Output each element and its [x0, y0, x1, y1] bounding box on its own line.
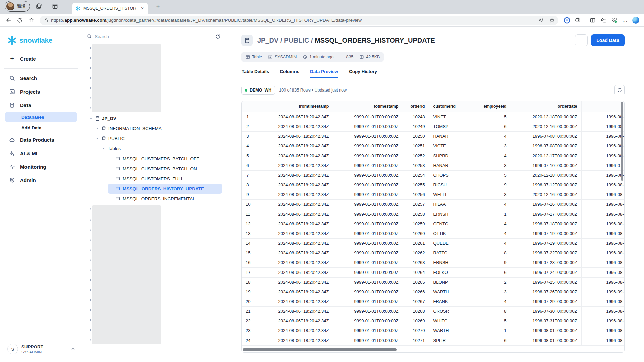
- table-row[interactable]: 42024-08-06T18:20:42.34Z9999-01-01T00:00…: [241, 141, 625, 151]
- table-row[interactable]: 12024-08-06T18:20:42.34Z9999-01-01T00:00…: [241, 112, 625, 122]
- table-row[interactable]: 212024-08-06T18:20:42.34Z9999-01-01T00:0…: [241, 306, 625, 316]
- chevron-right-icon[interactable]: [89, 46, 92, 50]
- table-row[interactable]: 32024-08-06T18:20:42.34Z9999-01-01T00:00…: [241, 131, 625, 141]
- workspaces-icon[interactable]: [34, 1, 44, 11]
- chevron-down-icon[interactable]: [102, 147, 106, 150]
- chevron-down-icon[interactable]: [95, 137, 99, 140]
- load-data-button[interactable]: Load Data: [591, 34, 625, 46]
- chevron-right-icon[interactable]: [89, 56, 92, 60]
- browser-profile-chip[interactable]: 職場: [5, 1, 30, 12]
- tree-node-schema[interactable]: INFORMATION_SCHEMA: [90, 123, 227, 133]
- table-row[interactable]: 82024-08-06T18:20:42.34Z9999-01-01T00:00…: [241, 180, 625, 190]
- chevron-right-icon[interactable]: [89, 107, 92, 110]
- url-bar[interactable]: https://app.snowflake.com/jugdhon/cdata_…: [40, 16, 558, 25]
- tree-search-input[interactable]: [95, 34, 210, 39]
- tree-node-database[interactable]: JP_DV: [82, 113, 227, 123]
- home-icon[interactable]: [26, 15, 36, 25]
- browser-menu-icon[interactable]: …: [620, 15, 630, 25]
- favorites-bar-icon[interactable]: [598, 15, 608, 25]
- table-row[interactable]: 162024-08-06T18:20:42.34Z9999-01-01T00:0…: [241, 258, 625, 267]
- table-row[interactable]: 92024-08-06T18:20:42.34Z9999-01-01T00:00…: [241, 190, 625, 199]
- table-row[interactable]: 202024-08-06T18:20:42.34Z9999-01-01T00:0…: [241, 297, 625, 306]
- table-row[interactable]: 122024-08-06T18:20:42.34Z9999-01-01T00:0…: [241, 219, 625, 229]
- table-row[interactable]: 232024-08-06T18:20:42.34Z9999-01-01T00:0…: [241, 326, 625, 336]
- tab-copy-history[interactable]: Copy History: [348, 68, 377, 78]
- copilot-icon[interactable]: [631, 15, 641, 25]
- sidebar-item-data-products[interactable]: Data Products: [0, 133, 82, 146]
- table-row[interactable]: 62024-08-06T18:20:42.34Z9999-01-01T00:00…: [241, 161, 625, 170]
- tree-node-table[interactable]: MSSQL_CUSTOMERS_FULL: [108, 174, 222, 184]
- table-row[interactable]: 142024-08-06T18:20:42.34Z9999-01-01T00:0…: [241, 238, 625, 248]
- table-row[interactable]: 72024-08-06T18:20:42.34Z9999-01-01T00:00…: [241, 170, 625, 180]
- new-tab-button[interactable]: +: [153, 2, 163, 11]
- create-button[interactable]: + Create: [0, 53, 82, 64]
- sidebar-item-add-data[interactable]: Add Data: [5, 123, 77, 133]
- horizontal-scrollbar-thumb[interactable]: [243, 348, 397, 351]
- chevron-right-icon[interactable]: [89, 76, 92, 80]
- table-row[interactable]: 172024-08-06T18:20:42.34Z9999-01-01T00:0…: [241, 267, 625, 277]
- chevron-right-icon[interactable]: [89, 258, 92, 261]
- sidebar-item-databases[interactable]: Databases: [5, 112, 77, 122]
- table-row[interactable]: 22024-08-06T18:20:42.34Z9999-01-01T00:00…: [241, 122, 625, 131]
- tab-close-icon[interactable]: ×: [139, 5, 145, 11]
- more-actions-button[interactable]: …: [575, 34, 588, 46]
- table-row[interactable]: 132024-08-06T18:20:42.34Z9999-01-01T00:0…: [241, 229, 625, 238]
- chevron-right-icon[interactable]: [89, 288, 92, 292]
- sidebar-item-monitoring[interactable]: Monitoring: [0, 160, 82, 173]
- chevron-right-icon[interactable]: [95, 127, 99, 130]
- tree-node-table[interactable]: MSSQL_CUSTOMERS_BATCH_ON: [108, 164, 222, 174]
- chevron-right-icon[interactable]: [89, 218, 92, 221]
- tree-node-schema[interactable]: PUBLIC: [90, 133, 227, 143]
- chevron-right-icon[interactable]: [89, 339, 92, 342]
- tree-node-table[interactable]: MSSQL_CUSTOMERS_BATCH_OFF: [108, 154, 222, 164]
- sidebar-item-projects[interactable]: Projects: [0, 85, 82, 98]
- chevron-right-icon[interactable]: [89, 86, 92, 90]
- sidebar-item-search[interactable]: Search: [0, 71, 82, 85]
- tree-node-table[interactable]: MSSQL_ORDERS_HISTORY_UPDATE: [108, 184, 222, 194]
- vertical-scrollbar-thumb[interactable]: [621, 102, 623, 181]
- sidebar-item-admin[interactable]: Admin: [0, 173, 82, 187]
- tab-table-details[interactable]: Table Details: [241, 68, 269, 78]
- table-row[interactable]: 102024-08-06T18:20:42.34Z9999-01-01T00:0…: [241, 199, 625, 209]
- table-row[interactable]: 152024-08-06T18:20:42.34Z9999-01-01T00:0…: [241, 248, 625, 258]
- chevron-right-icon[interactable]: [89, 318, 92, 322]
- chevron-right-icon[interactable]: [89, 308, 92, 312]
- chevron-right-icon[interactable]: [89, 278, 92, 282]
- onepassword-extension-icon[interactable]: [562, 15, 572, 25]
- chevron-right-icon[interactable]: [89, 228, 92, 231]
- support-account-chip[interactable]: S SUPPORT SYSADMIN: [0, 339, 82, 362]
- sidebar-item-ai-ml[interactable]: AI & ML: [0, 146, 82, 160]
- tab-columns[interactable]: Columns: [279, 68, 300, 78]
- warehouse-selector[interactable]: DEMO_WH: [241, 86, 275, 95]
- extensions-puzzle-icon[interactable]: [573, 15, 583, 25]
- table-row[interactable]: 182024-08-06T18:20:42.34Z9999-01-01T00:0…: [241, 277, 625, 287]
- browser-essentials-icon[interactable]: [609, 15, 619, 25]
- chevron-down-icon[interactable]: [89, 117, 93, 120]
- table-row[interactable]: 52024-08-06T18:20:42.34Z9999-01-01T00:00…: [241, 151, 625, 161]
- chevron-right-icon[interactable]: [89, 268, 92, 272]
- browser-tab-active[interactable]: MSSQL_ORDERS_HISTORY_U ×: [72, 3, 148, 14]
- refresh-icon[interactable]: [15, 15, 25, 25]
- favorite-star-icon[interactable]: [548, 16, 556, 25]
- table-row[interactable]: 112024-08-06T18:20:42.34Z9999-01-01T00:0…: [241, 209, 625, 219]
- chevron-right-icon[interactable]: [89, 328, 92, 332]
- read-aloud-icon[interactable]: [536, 16, 545, 25]
- chevron-right-icon[interactable]: [89, 97, 92, 100]
- table-row[interactable]: 192024-08-06T18:20:42.34Z9999-01-01T00:0…: [241, 287, 625, 297]
- chevron-right-icon[interactable]: [89, 298, 92, 302]
- chevron-right-icon[interactable]: [89, 66, 92, 70]
- table-row[interactable]: 242024-08-06T18:20:42.34Z9999-01-01T00:0…: [241, 336, 625, 345]
- snowflake-logo[interactable]: snowflake: [0, 34, 82, 46]
- tree-node-tables-group[interactable]: Tables: [97, 143, 227, 154]
- tree-node-table[interactable]: MSSQL_ORDERS_INCREMENTAL: [108, 194, 222, 204]
- split-screen-icon[interactable]: [588, 15, 598, 25]
- chevron-right-icon[interactable]: [89, 248, 92, 251]
- preview-refresh-button[interactable]: [614, 85, 625, 95]
- sidebar-item-data[interactable]: Data: [0, 98, 82, 112]
- tree-refresh-icon[interactable]: [213, 32, 222, 41]
- back-icon[interactable]: [3, 15, 13, 25]
- table-row[interactable]: 222024-08-06T18:20:42.34Z9999-01-01T00:0…: [241, 316, 625, 326]
- chevron-right-icon[interactable]: [89, 208, 92, 211]
- vertical-tabs-icon[interactable]: [50, 1, 60, 11]
- tab-data-preview[interactable]: Data Preview: [310, 68, 338, 78]
